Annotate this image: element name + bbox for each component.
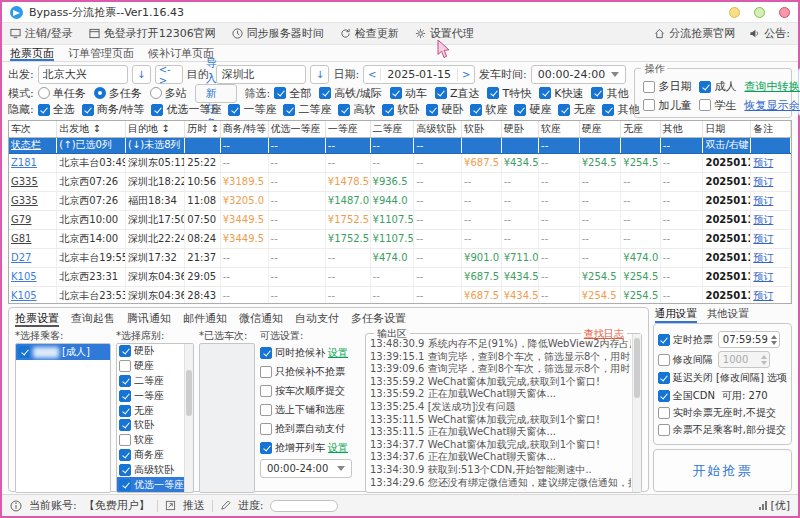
depart-time-select[interactable]: 00:00-24:00: [531, 65, 626, 84]
seat-class-item[interactable]: 硬卧: [117, 344, 193, 359]
seat-class-item[interactable]: 高级软卧: [117, 462, 193, 477]
mode-radio-多站[interactable]: 多站: [150, 86, 187, 101]
date-prev-button[interactable]: <: [364, 69, 380, 80]
book-link[interactable]: 预订: [753, 214, 773, 225]
menu-open-12306[interactable]: 免登录打开12306官网: [89, 26, 216, 41]
column-header-15[interactable]: 日期: [703, 121, 751, 137]
interval-spinner[interactable]: 1000: [718, 351, 770, 368]
hide-checkbox[interactable]: 商务/特等: [82, 102, 145, 117]
book-link[interactable]: 预订: [753, 157, 773, 168]
train-row[interactable]: G335北京西07:26深圳北18:2210:56¥3189.5--¥1478.…: [9, 172, 791, 191]
option-item[interactable]: 抢到票自动支付: [260, 419, 360, 438]
filter-checkbox[interactable]: 动车: [390, 86, 427, 101]
mode-radio-单任务[interactable]: 单任务: [38, 86, 86, 101]
tab-查询起售[interactable]: 查询起售: [71, 310, 115, 327]
book-link[interactable]: 预订: [753, 271, 773, 282]
filter-checkbox[interactable]: 其他: [591, 86, 628, 101]
to-station-input[interactable]: [216, 65, 306, 84]
filter-checkbox[interactable]: K快速: [539, 86, 583, 101]
hide-checkbox[interactable]: 软卧: [382, 102, 419, 117]
menu-check-update[interactable]: 检查更新: [340, 26, 399, 41]
column-header-7[interactable]: 二等座: [370, 121, 414, 137]
scrollbar[interactable]: [184, 344, 193, 492]
restore-tickets-link[interactable]: 恢复显示余票: [744, 98, 800, 113]
column-header-14[interactable]: 其他: [660, 121, 703, 137]
transfer-search-link[interactable]: 查询中转换乘: [744, 79, 800, 94]
from-dropdown-button[interactable]: ↓: [132, 65, 151, 84]
book-link[interactable]: 预订: [753, 176, 773, 187]
train-row[interactable]: Z181北京丰台03:49深圳东05:1125:22----------¥687…: [9, 153, 791, 172]
column-header-9[interactable]: 软卧: [462, 121, 502, 137]
filter-checkbox[interactable]: 全部: [274, 86, 311, 101]
tab-other-settings[interactable]: 其他设置: [707, 307, 749, 323]
start-grab-button[interactable]: 开始抢票: [653, 449, 792, 492]
filter-checkbox[interactable]: Z直达: [435, 86, 480, 101]
delay-close-checkbox[interactable]: [658, 372, 670, 384]
from-station-input[interactable]: [38, 65, 128, 84]
column-header-2[interactable]: 目的地 ↕: [126, 121, 185, 137]
book-link[interactable]: 预订: [753, 290, 773, 301]
book-link[interactable]: 预订: [753, 252, 773, 263]
log-lines[interactable]: 13:48:30.9 系统内存不足(91%)，降低WebView2内存占用，防止…: [370, 338, 631, 490]
seat-class-item[interactable]: 优选一等座: [117, 477, 193, 492]
column-header-3[interactable]: 历时 ↕: [185, 121, 220, 137]
option-item[interactable]: 同时抢候补设置: [260, 343, 360, 362]
add-child-checkbox[interactable]: 加儿童: [643, 98, 691, 113]
seat-class-item[interactable]: 硬座: [117, 359, 193, 374]
tab-微信通知[interactable]: 微信通知: [239, 310, 283, 327]
option-item[interactable]: 按车次顺序提交: [260, 381, 360, 400]
to-dropdown-button[interactable]: ↓: [310, 65, 329, 84]
column-header-6[interactable]: 一等座: [325, 121, 370, 137]
train-row[interactable]: K105北京丰台23:53深圳东04:3628:43----------¥687…: [9, 286, 791, 304]
modify-interval-checkbox[interactable]: [658, 354, 670, 366]
train-number-link[interactable]: D27: [11, 252, 31, 263]
passenger-listbox[interactable]: [成人]: [15, 343, 111, 493]
adult-checkbox[interactable]: 成人: [699, 79, 736, 94]
hide-checkbox[interactable]: 一等座: [228, 102, 276, 117]
mode-radio-多任务[interactable]: 多任务: [94, 86, 142, 101]
train-number-link[interactable]: G81: [11, 233, 31, 244]
train-number-link[interactable]: G335: [11, 176, 38, 187]
import-new-task-button[interactable]: 导入新任务: [195, 84, 237, 103]
menu-announcement[interactable]: 公告:: [749, 26, 790, 41]
status-bar-link[interactable]: 状态栏: [11, 139, 41, 150]
column-header-10[interactable]: 硬卧: [501, 121, 538, 137]
hide-checkbox[interactable]: 硬卧: [426, 102, 463, 117]
train-row[interactable]: G81北京西14:00深圳北22:2408:24¥3449.5--¥1752.5…: [9, 229, 791, 248]
cdn-checkbox[interactable]: [658, 390, 670, 402]
spin-up-icon[interactable]: [761, 355, 767, 359]
spin-down-icon[interactable]: [771, 341, 777, 345]
partial-submit-checkbox[interactable]: [658, 424, 670, 436]
spin-up-icon[interactable]: [771, 335, 777, 339]
tab-邮件通知[interactable]: 邮件通知: [183, 310, 227, 327]
book-link[interactable]: 预订: [753, 233, 773, 244]
column-header-0[interactable]: 车次: [9, 121, 57, 137]
hide-checkbox[interactable]: 软座: [470, 102, 507, 117]
passenger-item[interactable]: [成人]: [16, 344, 110, 360]
train-row[interactable]: D27北京丰台19:55深圳17:3221:37------¥474.0--¥9…: [9, 248, 791, 267]
timed-grab-checkbox[interactable]: [658, 334, 670, 346]
seat-class-item[interactable]: 软座: [117, 433, 193, 448]
hide-checkbox[interactable]: 二等座: [283, 102, 331, 117]
book-link[interactable]: 预订: [753, 195, 773, 206]
train-row[interactable]: G335北京西07:26福田18:3411:08¥3205.0--¥1487.0…: [9, 191, 791, 210]
train-number-link[interactable]: G79: [11, 214, 31, 225]
close-button[interactable]: [779, 7, 790, 18]
seat-class-item[interactable]: 软卧: [117, 418, 193, 433]
column-header-8[interactable]: 高级软卧: [414, 121, 462, 137]
push-link[interactable]: 推送: [183, 498, 205, 513]
column-header-5[interactable]: 优选一等座: [268, 121, 325, 137]
train-number-link[interactable]: K105: [11, 271, 37, 282]
scrollbar[interactable]: [632, 334, 641, 492]
train-number-link[interactable]: G335: [11, 195, 38, 206]
date-value[interactable]: 2025-01-15: [380, 68, 458, 81]
filter-checkbox[interactable]: T特快: [487, 86, 531, 101]
seat-class-listbox[interactable]: 硬卧硬座二等座一等座无座软卧软座商务座高级软卧优选一等座: [116, 343, 194, 493]
menu-official-site[interactable]: 分流抢票官网: [654, 26, 735, 41]
swap-stations-button[interactable]: <->: [155, 65, 183, 84]
tab-多任务设置[interactable]: 多任务设置: [351, 310, 406, 327]
seat-class-item[interactable]: 无座: [117, 403, 193, 418]
option-item[interactable]: 抢增开列车设置: [260, 438, 360, 457]
no-seat-checkbox[interactable]: [658, 407, 670, 419]
option-item[interactable]: 选上下铺和选座: [260, 400, 360, 419]
